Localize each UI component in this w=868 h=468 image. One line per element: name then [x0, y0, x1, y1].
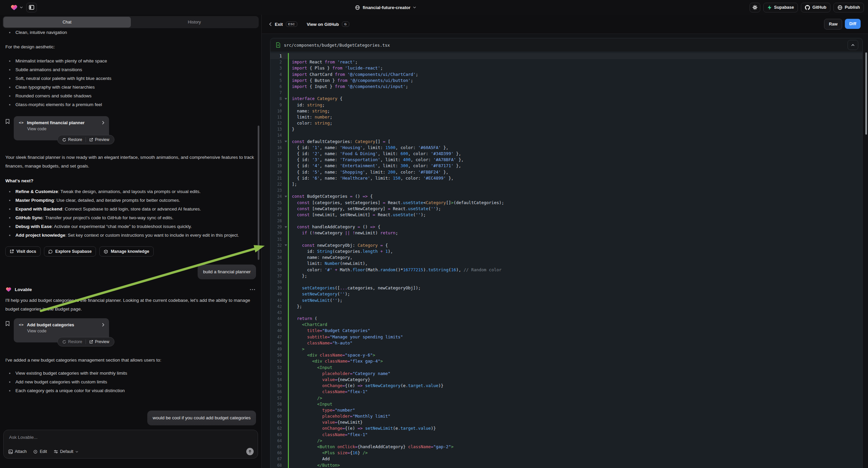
- manage-knowledge-button[interactable]: Manage knowledge: [99, 246, 154, 257]
- view-on-github-button[interactable]: View on GitHub G: [307, 22, 349, 27]
- file-header[interactable]: src/components/budget/BudgetCategories.t…: [271, 38, 862, 52]
- code-line: 20 { id: '5', name: 'Shopping', limit: 2…: [271, 169, 862, 175]
- list-item: Add project knowledge: Set key context o…: [5, 231, 256, 240]
- code-line: 4import ChartCard from '@/components/ui/…: [271, 71, 862, 78]
- code-line: 16 { id: '1', name: 'Housing', limit: 15…: [271, 145, 862, 151]
- project-switcher[interactable]: financial-future-creator: [355, 0, 416, 15]
- code-line: 37 };: [271, 273, 862, 279]
- code-line: 21 { id: '6', name: 'Healthcare', limit:…: [271, 175, 862, 181]
- publish-globe-icon: [837, 5, 842, 10]
- chat-scrollbar[interactable]: [258, 125, 259, 260]
- restore-label: Restore: [68, 340, 82, 344]
- project-name: financial-future-creator: [363, 5, 410, 10]
- added-bullets: View existing budget categories with the…: [5, 369, 256, 395]
- restore-button[interactable]: Restore: [59, 338, 86, 346]
- diff-file-card: src/components/budget/BudgetCategories.t…: [270, 38, 863, 468]
- code-line: 7: [271, 90, 862, 96]
- arrow-up-icon: [248, 450, 252, 454]
- code-line: 32 const newCategoryObj: Category = {: [271, 242, 862, 248]
- code-line: 33 id: String(categories.length + 1),: [271, 248, 862, 255]
- collapse-file-button[interactable]: [847, 40, 858, 50]
- code-line: 40 setNewCategory('');: [271, 291, 862, 297]
- code-line: 24const BudgetCategories = () => {: [271, 194, 862, 199]
- more-options-icon[interactable]: [250, 289, 256, 290]
- list-item: Clean typography with clear hierarchies: [5, 83, 256, 92]
- version-row: <> Implement financial planner View code…: [5, 116, 256, 145]
- github-label: GitHub: [812, 5, 827, 10]
- restore-button[interactable]: Restore: [59, 135, 86, 144]
- supabase-button[interactable]: Supabase: [763, 3, 798, 12]
- code-line: 30 if (!newCategory || !newLimit) return…: [271, 230, 862, 236]
- preview-button[interactable]: Preview: [86, 135, 113, 144]
- tab-history[interactable]: History: [131, 17, 258, 28]
- mode-selector[interactable]: Default: [54, 449, 78, 454]
- code-line: 54 value={newCategory}: [271, 377, 862, 383]
- exit-button[interactable]: Exit esc: [269, 22, 297, 27]
- version-card-implement-financial-planner[interactable]: <> Implement financial planner View code…: [14, 116, 109, 140]
- code-line: 41 setNewLimit('');: [271, 297, 862, 303]
- code-line: 61 value={newLimit}: [271, 419, 862, 426]
- code-view-header: Exit esc View on GitHub G Raw Diff: [262, 15, 868, 34]
- diff-toggle-button[interactable]: Diff: [845, 19, 861, 29]
- list-item: Master Prompting: Use clear, detailed, a…: [5, 196, 256, 205]
- attach-button[interactable]: Attach: [8, 449, 27, 454]
- code-line: 39 setCategories([...categories, newCate…: [271, 285, 862, 291]
- chevron-down-icon: [20, 6, 23, 8]
- code-scrollbar[interactable]: [865, 52, 867, 135]
- code-line: 46 title="Budget Categories": [271, 328, 862, 334]
- code-line: 17 { id: '2', name: 'Food & Dining', lim…: [271, 151, 862, 157]
- code-line: 2import React from 'react';: [271, 59, 862, 65]
- settings-button[interactable]: [750, 3, 760, 12]
- code-line: 29 const handleAddCategory = () => {: [271, 224, 862, 230]
- code-line: 11 limit: number;: [271, 114, 862, 120]
- edit-button[interactable]: Edit: [33, 449, 47, 454]
- design-bullets: Minimalist interface with plenty of whit…: [5, 57, 256, 109]
- external-link-icon: [10, 250, 14, 254]
- visit-docs-button[interactable]: Visit docs: [5, 246, 40, 257]
- send-button[interactable]: [246, 448, 254, 455]
- code-line: 64 />: [271, 438, 862, 444]
- code-view-panel: Exit esc View on GitHub G Raw Diff src/c: [262, 15, 868, 468]
- lovable-avatar: [5, 286, 12, 292]
- scrollback-list: Clean, intuitive navigation: [5, 28, 256, 37]
- code-line: 60 placeholder="Monthly limit": [271, 413, 862, 419]
- chat-input-placeholder: Ask Lovable...: [9, 435, 252, 440]
- code-line: 56 className="flex-1": [271, 389, 862, 395]
- version-toolbar: Restore Preview: [57, 135, 115, 144]
- raw-toggle-button[interactable]: Raw: [824, 19, 842, 30]
- version-card-add-budget-categories[interactable]: <> Add budget categories View code Resto…: [14, 318, 109, 343]
- external-link-icon: [89, 138, 93, 142]
- code-line: 18 { id: '3', name: 'Transportation', li…: [271, 157, 862, 163]
- code-line: 52 <Input: [271, 364, 862, 371]
- code-line: 34 name: newCategory,: [271, 255, 862, 261]
- code-line: 55 onChange={(e) => setNewCategory(e.tar…: [271, 383, 862, 389]
- publish-button[interactable]: Publish: [833, 3, 864, 12]
- bookmark-icon[interactable]: [5, 321, 10, 326]
- restore-label: Restore: [68, 137, 82, 142]
- bookmark-icon[interactable]: [5, 119, 10, 124]
- code-line: 43: [271, 310, 862, 316]
- code-line: 5import { Button } from '@/components/ui…: [271, 78, 862, 84]
- github-button[interactable]: GitHub: [801, 3, 830, 12]
- code-line: 42 };: [271, 303, 862, 310]
- lovable-logo[interactable]: [10, 4, 23, 11]
- composer-toolbar: Attach Edit Default: [8, 448, 254, 455]
- view-code-link[interactable]: View code: [14, 327, 109, 333]
- chevron-left-icon: [269, 22, 272, 26]
- code-icon: <>: [19, 323, 24, 327]
- quick-actions: Visit docs Explore Supabase Manage knowl…: [5, 246, 256, 257]
- chat-input[interactable]: Ask Lovable... Attach Edit Default: [3, 430, 258, 459]
- toggle-sidebar-button[interactable]: [26, 3, 37, 12]
- tab-chat[interactable]: Chat: [3, 17, 131, 28]
- code-line: 59 type="number": [271, 407, 862, 413]
- preview-button[interactable]: Preview: [86, 338, 113, 346]
- list-item: Minimalist interface with plenty of whit…: [5, 57, 256, 65]
- g-kbd-badge: G: [342, 22, 349, 27]
- list-item: Subtle animations and transitions: [5, 65, 256, 74]
- explore-supabase-button[interactable]: Explore Supabase: [44, 246, 96, 257]
- code-area: src/components/budget/BudgetCategories.t…: [262, 34, 868, 468]
- view-code-link[interactable]: View code: [14, 125, 109, 131]
- sliders-icon: [54, 449, 58, 454]
- code-line: 25 const [categories, setCategories] = R…: [271, 200, 862, 206]
- lovable-app: financial-future-creator: [0, 0, 868, 468]
